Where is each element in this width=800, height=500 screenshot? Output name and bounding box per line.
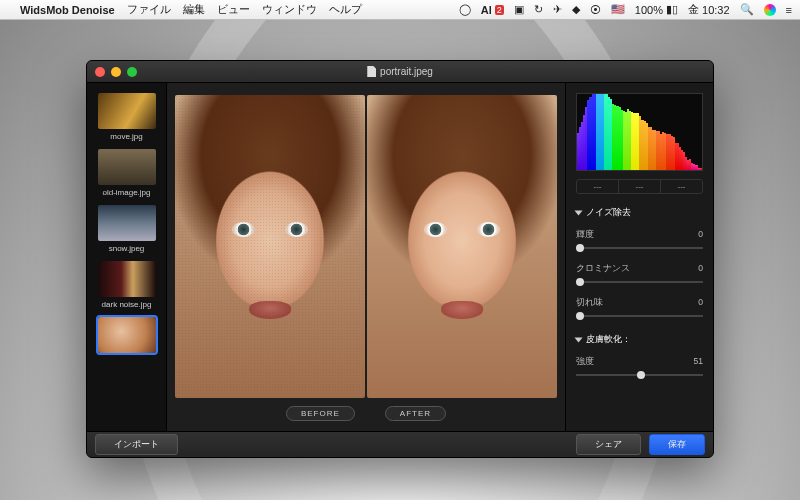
window-close-button[interactable] <box>95 67 105 77</box>
menu-window[interactable]: ウィンドウ <box>262 2 317 17</box>
before-label: BEFORE <box>286 406 355 421</box>
save-button[interactable]: 保存 <box>649 434 705 455</box>
window-titlebar[interactable]: portrait.jpeg <box>87 61 713 83</box>
share-button[interactable]: シェア <box>576 434 641 455</box>
luminance-slider[interactable] <box>576 243 703 253</box>
sharpness-label: 切れ味 <box>576 297 603 309</box>
menu-extra-adobe[interactable]: Al 2 <box>481 4 504 16</box>
noise-section-header[interactable]: ノイズ除去 <box>576 206 703 219</box>
menu-extra-circle-icon[interactable]: ◯ <box>459 3 471 16</box>
intensity-label: 強度 <box>576 356 594 368</box>
chrominance-label: クロミナンス <box>576 263 630 275</box>
thumbnail-image <box>98 149 156 185</box>
menu-extra-battery[interactable]: 100% ▮▯ <box>635 3 678 16</box>
chrominance-control: クロミナンス0 <box>576 263 703 287</box>
sharpness-value: 0 <box>698 297 703 309</box>
sharpness-slider[interactable] <box>576 311 703 321</box>
bottom-toolbar: インポート シェア 保存 <box>87 431 713 457</box>
main-area: BEFORE AFTER <box>167 83 565 431</box>
thumbnail-image <box>98 205 156 241</box>
menu-extra-clock[interactable]: 金 10:32 <box>688 2 730 17</box>
window-zoom-button[interactable] <box>127 67 137 77</box>
thumbnail-label: move.jpg <box>93 132 160 141</box>
thumbnail-sidebar: move.jpg old-image.jpg snow.jpeg dark no… <box>87 83 167 431</box>
menu-help[interactable]: ヘルプ <box>329 2 362 17</box>
thumbnail-item[interactable]: dark noise.jpg <box>93 261 160 309</box>
menu-view[interactable]: ビュー <box>217 2 250 17</box>
mac-menubar: WidsMob Denoise ファイル 編集 ビュー ウィンドウ ヘルプ ◯ … <box>0 0 800 20</box>
thumbnail-image <box>98 261 156 297</box>
portrait-after <box>367 95 557 398</box>
thumbnail-image <box>98 317 156 353</box>
menu-extra-siri-icon[interactable] <box>764 4 776 16</box>
chrominance-slider[interactable] <box>576 277 703 287</box>
menu-file[interactable]: ファイル <box>127 2 171 17</box>
after-pane[interactable] <box>367 95 557 398</box>
luminance-value: 0 <box>698 229 703 241</box>
window-title: portrait.jpeg <box>367 66 433 77</box>
intensity-slider[interactable] <box>576 370 703 380</box>
menu-edit[interactable]: 編集 <box>183 2 205 17</box>
thumbnail-label: dark noise.jpg <box>93 300 160 309</box>
adjustments-panel: --- --- --- ノイズ除去 輝度0 クロミナンス0 切れ味0 皮膚軟化：… <box>565 83 713 431</box>
histogram-tab[interactable]: --- <box>661 180 702 193</box>
histogram-tab[interactable]: --- <box>577 180 619 193</box>
chrominance-value: 0 <box>698 263 703 275</box>
thumbnail-image <box>98 93 156 129</box>
menu-extra-dropbox-icon[interactable]: ◆ <box>572 3 580 16</box>
import-button[interactable]: インポート <box>95 434 178 455</box>
compare-view <box>167 83 565 402</box>
histogram-tabs: --- --- --- <box>576 179 703 194</box>
thumbnail-item[interactable]: snow.jpeg <box>93 205 160 253</box>
histogram <box>576 93 703 171</box>
thumbnail-item[interactable]: move.jpg <box>93 93 160 141</box>
sharpness-control: 切れ味0 <box>576 297 703 321</box>
portrait-before <box>175 95 365 398</box>
menu-extra-spotlight-icon[interactable]: 🔍 <box>740 3 754 16</box>
thumbnail-label: old-image.jpg <box>93 188 160 197</box>
histogram-tab[interactable]: --- <box>619 180 661 193</box>
menu-extra-flag[interactable]: 🇺🇸 <box>611 3 625 16</box>
menu-extra-wifi-icon[interactable]: ⦿ <box>590 4 601 16</box>
luminance-control: 輝度0 <box>576 229 703 253</box>
document-icon <box>367 66 376 77</box>
window-minimize-button[interactable] <box>111 67 121 77</box>
thumbnail-item-selected[interactable] <box>93 317 160 356</box>
disclosure-triangle-icon <box>575 210 583 215</box>
thumbnail-label: snow.jpeg <box>93 244 160 253</box>
intensity-value: 51 <box>694 356 703 368</box>
thumbnail-item[interactable]: old-image.jpg <box>93 149 160 197</box>
intensity-control: 強度51 <box>576 356 703 380</box>
disclosure-triangle-icon <box>575 337 583 342</box>
skin-section-header[interactable]: 皮膚軟化： <box>576 333 703 346</box>
after-label: AFTER <box>385 406 446 421</box>
app-window: portrait.jpeg move.jpg old-image.jpg sno… <box>86 60 714 458</box>
menu-extra-notifications-icon[interactable]: ≡ <box>786 4 792 16</box>
menu-extra-sync-icon[interactable]: ↻ <box>534 3 543 16</box>
menu-extra-plane-icon[interactable]: ✈ <box>553 3 562 16</box>
app-name[interactable]: WidsMob Denoise <box>20 4 115 16</box>
luminance-label: 輝度 <box>576 229 594 241</box>
before-pane[interactable] <box>175 95 365 398</box>
menu-extra-camera-icon[interactable]: ▣ <box>514 3 524 16</box>
